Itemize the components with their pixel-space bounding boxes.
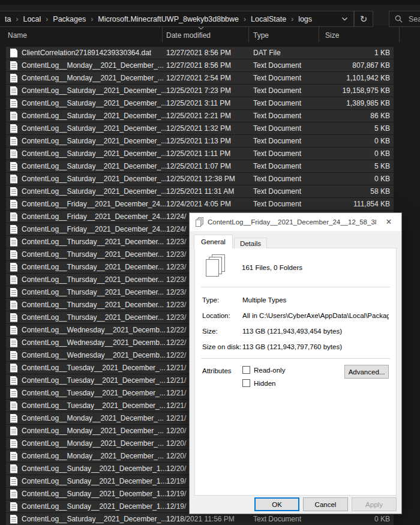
file-row[interactable]: ContentLog__Saturday__2021_December_...1…: [6, 513, 394, 525]
readonly-checkbox[interactable]: [242, 366, 250, 374]
file-row[interactable]: ContentLog__Monday__2021_December_...12/…: [6, 72, 394, 84]
file-name-cell: ContentLog__Saturday__2021_December_...: [6, 162, 166, 171]
address-dropdown-button[interactable]: [335, 11, 353, 26]
text-file-icon: [10, 439, 17, 448]
text-file-icon: [10, 162, 17, 171]
file-row[interactable]: ContentLog__Saturday__2021_December_...1…: [6, 148, 394, 160]
text-file-icon: [10, 502, 17, 511]
breadcrumb-item[interactable]: Microsoft.MinecraftUWP_8wekyb3d8bbwe: [95, 15, 242, 23]
text-file-icon: [10, 137, 17, 146]
dat-file-icon: [10, 49, 17, 58]
breadcrumb-item[interactable]: logs: [295, 15, 315, 23]
breadcrumb-item[interactable]: Local: [20, 15, 44, 23]
file-name-cell: ContentLog__Sunday__2021_December_1...: [6, 477, 166, 486]
close-icon[interactable]: ×: [376, 213, 401, 231]
text-file-icon: [10, 99, 17, 108]
file-date-modified: 12/25/2021 3:11 PM: [166, 99, 248, 107]
file-row[interactable]: ContentLog__Saturday__2021_December_...1…: [6, 160, 394, 172]
file-name: ClientCorrelation2718914239330364.dat: [22, 49, 151, 57]
breadcrumb-separator-icon: ›: [44, 15, 50, 23]
file-date-modified: 12/25/2021 1:07 PM: [166, 162, 248, 170]
file-date-modified: 12/25/2021 11:31 AM: [166, 187, 248, 196]
hidden-checkbox[interactable]: [242, 379, 250, 387]
file-name: ContentLog__Saturday__2021_December_...: [22, 187, 166, 196]
chevron-down-icon: [341, 17, 348, 21]
summary-row: 161 Files, 0 Folders: [195, 248, 396, 286]
text-file-icon: [10, 351, 17, 360]
file-type: Text Document: [248, 86, 319, 95]
column-header-type[interactable]: Type: [253, 26, 269, 43]
file-name-cell: ContentLog__Thursday__2021_December...: [6, 313, 166, 322]
dialog-footer: OK Cancel Apply: [254, 497, 397, 511]
file-name-cell: ContentLog__Saturday__2021_December_...: [6, 124, 166, 133]
text-file-icon: [10, 301, 17, 310]
file-size: 5 KB: [319, 124, 394, 133]
file-type: Text Document: [248, 74, 319, 82]
file-name-cell: ContentLog__Monday__2021_December_...: [6, 74, 166, 83]
column-divider[interactable]: [162, 27, 163, 42]
file-type: DAT File: [248, 49, 319, 57]
tab-general[interactable]: General: [194, 235, 233, 248]
breadcrumb-item[interactable]: LocalState: [248, 15, 289, 23]
column-divider[interactable]: [248, 27, 249, 42]
file-name-cell: ContentLog__Saturday__2021_December_...: [6, 86, 166, 95]
column-divider[interactable]: [399, 27, 400, 42]
file-name: ContentLog__Sunday__2021_December_1...: [22, 502, 166, 511]
advanced-button[interactable]: Advanced...: [344, 365, 389, 379]
file-name-cell: ContentLog__Thursday__2021_December...: [6, 263, 166, 272]
text-file-icon: [10, 74, 17, 83]
properties-dialog: ContentLog__Friday__2021_December_24__12…: [189, 212, 402, 514]
file-row[interactable]: ContentLog__Monday__2021_December_...12/…: [6, 59, 394, 71]
file-name: ContentLog__Thursday__2021_December...: [22, 263, 164, 271]
file-type: Text Document: [248, 149, 319, 158]
file-name: ContentLog__Thursday__2021_December...: [22, 238, 164, 246]
address-bar[interactable]: ta›Local›Packages›Microsoft.MinecraftUWP…: [0, 11, 354, 27]
file-name-cell: ContentLog__Thursday__2021_December...: [6, 238, 166, 247]
file-name-cell: ContentLog__Saturday__2021_December_...: [6, 99, 166, 108]
file-size: 5 KB: [319, 162, 394, 170]
field-value: 113 GB (121,943,493,454 bytes): [242, 328, 389, 335]
file-row[interactable]: ContentLog__Saturday__2021_December_...1…: [6, 110, 394, 122]
file-name: ContentLog__Saturday__2021_December_...: [22, 162, 166, 170]
file-type: Text Document: [248, 124, 319, 133]
tab-details[interactable]: Details: [234, 238, 267, 248]
text-file-icon: [10, 427, 17, 436]
refresh-button[interactable]: ↻: [354, 11, 373, 27]
file-row[interactable]: ContentLog__Saturday__2021_December_...1…: [6, 185, 394, 197]
text-file-icon: [10, 389, 17, 398]
file-name: ContentLog__Sunday__2021_December_1...: [22, 464, 166, 473]
apply-button[interactable]: Apply: [352, 497, 397, 511]
file-name: ContentLog__Tuesday__2021_December_...: [22, 376, 166, 385]
file-row[interactable]: ClientCorrelation2718914239330364.dat12/…: [6, 47, 394, 59]
file-date-modified: 12/25/2021 2:21 PM: [166, 112, 248, 120]
column-header-size[interactable]: Size: [325, 26, 339, 43]
file-row[interactable]: ContentLog__Saturday__2021_December_...1…: [6, 135, 394, 147]
file-row[interactable]: ContentLog__Saturday__2021_December_...1…: [6, 122, 394, 134]
file-name-cell: ContentLog__Saturday__2021_December_...: [6, 112, 166, 121]
column-divider[interactable]: [319, 27, 319, 42]
dialog-tabs: General Details: [194, 235, 267, 248]
breadcrumb-item[interactable]: Packages: [50, 15, 89, 23]
search-input[interactable]: Searc: [389, 11, 420, 27]
breadcrumb-separator-icon: ›: [289, 15, 295, 23]
breadcrumb: ta›Local›Packages›Microsoft.MinecraftUWP…: [2, 15, 315, 23]
column-header-name[interactable]: Name: [8, 26, 27, 43]
breadcrumb-item[interactable]: ta: [2, 15, 14, 23]
file-row[interactable]: ContentLog__Friday__2021_December_24...1…: [6, 198, 394, 210]
search-placeholder: Searc: [409, 15, 420, 23]
file-name: ContentLog__Thursday__2021_December...: [22, 313, 164, 322]
multiple-files-icon: [194, 217, 203, 227]
file-row[interactable]: ContentLog__Saturday__2021_December_...1…: [6, 173, 394, 185]
file-name-cell: ContentLog__Monday__2021_December_...: [6, 414, 166, 423]
file-row[interactable]: ContentLog__Saturday__2021_December_...1…: [6, 85, 394, 97]
file-row[interactable]: ContentLog__Saturday__2021_December_...1…: [6, 97, 394, 109]
dialog-title-bar[interactable]: ContentLog__Friday__2021_December_24__12…: [190, 213, 401, 231]
cancel-button[interactable]: Cancel: [303, 497, 348, 511]
file-name: ContentLog__Saturday__2021_December_...: [22, 99, 166, 107]
ok-button[interactable]: OK: [254, 497, 299, 511]
file-name-cell: ContentLog__Tuesday__2021_December_...: [6, 401, 166, 410]
file-name-cell: ContentLog__Thursday__2021_December...: [6, 288, 166, 297]
multiple-files-icon: [202, 254, 225, 281]
file-name-cell: ContentLog__Monday__2021_December_...: [6, 61, 166, 70]
file-name-cell: ContentLog__Wednesday__2021_Decemb...: [6, 326, 166, 335]
